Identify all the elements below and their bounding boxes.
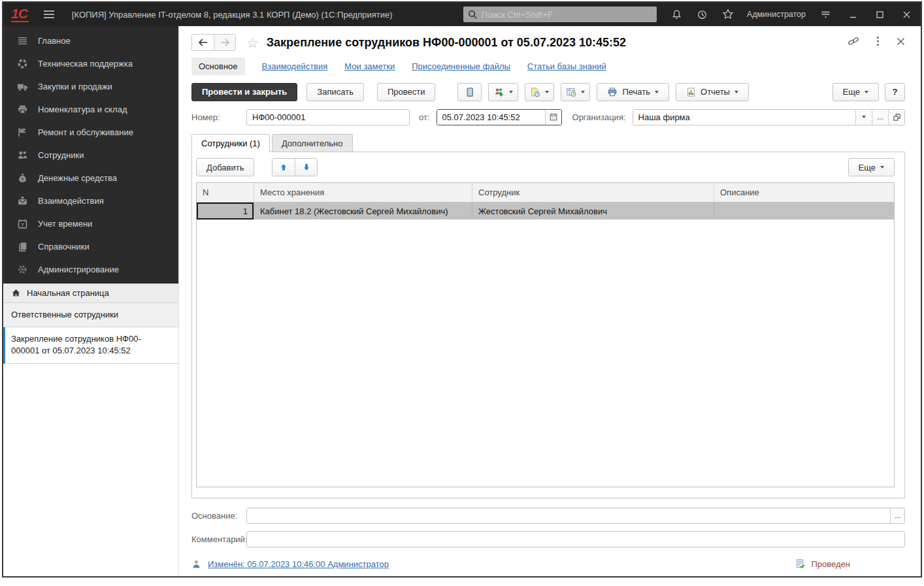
current-user-label[interactable]: Администратор [747,10,806,19]
form-nav-links: Основное Взаимодействия Мои заметки Прис… [191,57,905,75]
tab-my-notes[interactable]: Мои заметки [344,61,395,71]
number-field[interactable] [246,109,410,125]
table-header-row: N Место хранения Сотрудник Описание [197,183,894,203]
sidebar-item-label: Закупки и продажи [38,82,112,91]
maximize-button[interactable] [875,10,885,20]
striped-document-icon [465,87,475,97]
notifications-bell-icon[interactable] [671,9,682,20]
column-header-employee[interactable]: Сотрудник [472,183,714,202]
tab-kb-articles[interactable]: Статьи базы знаний [527,61,606,71]
organization-open-button[interactable] [888,110,904,125]
sidebar-item-interactions[interactable]: Взаимодействия [3,189,178,212]
add-to-favorites-star-icon[interactable]: ☆ [246,36,259,50]
basis-field[interactable] [247,508,890,523]
cell-storage-place[interactable]: Кабинет 18.2 (Жестовский Сергей Михайлов… [254,203,472,220]
sidebar-item-support[interactable]: Техническая поддержка [3,52,178,75]
app-title: [КОПИЯ] Управление IT-отделом 8, редакци… [72,10,393,20]
search-input[interactable] [482,10,652,20]
main-menu-icon[interactable] [43,10,55,19]
organization-field[interactable] [633,110,855,125]
column-header-description[interactable]: Описание [714,183,894,202]
post-and-close-button[interactable]: Провести и закрыть [191,83,297,101]
create-based-on-button[interactable] [488,83,518,101]
close-window-button[interactable] [902,10,912,20]
basis-row: Основание: ... [191,507,905,524]
modified-history-link[interactable]: Изменён: 05.07.2023 10:46:00 Администрат… [208,559,389,569]
sidebar-item-employees[interactable]: Сотрудники [3,144,178,167]
help-button[interactable]: ? [885,83,905,101]
calendar-picker-button[interactable] [545,110,561,125]
1c-logo-icon: 1С [11,7,29,22]
arrow-down-icon [302,163,311,172]
more-vertical-dots-icon[interactable] [876,36,880,49]
sidebar-item-label: Сотрудники [38,150,84,160]
forward-arrow-icon [220,39,230,46]
close-form-icon[interactable] [897,37,905,48]
print-button[interactable]: Печать [597,83,669,101]
sidebar-item-label: Денежные средства [38,173,117,183]
move-row-down-button[interactable] [295,159,317,176]
sidebar-home-page[interactable]: Начальная страница [3,284,178,303]
write-button[interactable]: Записать [306,83,364,101]
sidebar-item-money[interactable]: s Денежные средства [3,167,178,189]
more-button[interactable]: Еще [833,83,879,101]
tab-main[interactable]: Основное [191,57,245,75]
minimize-button[interactable] [848,10,858,20]
column-header-storage-place[interactable]: Место хранения [254,183,472,202]
move-row-up-button[interactable] [272,159,295,176]
cell-description[interactable] [714,203,894,220]
comment-field[interactable] [246,531,905,547]
sidebar-item-purchases[interactable]: Закупки и продажи [3,75,178,98]
table-row[interactable]: 1 Кабинет 18.2 (Жестовский Сергей Михайл… [197,203,894,220]
grid-more-button[interactable]: Еще [848,158,895,176]
get-link-icon[interactable] [848,36,859,49]
organization-dropdown-button[interactable] [855,110,872,125]
basis-ellipsis-button[interactable]: ... [890,508,904,523]
favorites-star-icon[interactable] [722,8,734,20]
reports-label: Отчеты [701,87,730,97]
forward-button[interactable] [214,35,235,50]
comment-label: Комментарий: [191,534,246,544]
dropdown-caret-icon [581,91,585,93]
document-structure-button[interactable] [457,83,482,101]
form-header: ☆ Закрепление сотрудников НФ00-000001 от… [191,32,905,53]
tab-interactions[interactable]: Взаимодействия [262,61,328,71]
sidebar-item-repair[interactable]: Ремонт и обслуживание [3,121,178,144]
back-button[interactable] [192,35,214,50]
post-button[interactable]: Провести [377,83,436,101]
search-icon [468,10,478,20]
gear-icon [17,264,28,275]
tab-additional[interactable]: Дополнительно [272,134,353,152]
organization-ellipsis-button[interactable]: ... [872,110,888,125]
tab-attached-files[interactable]: Присоединенные файлы [412,61,510,71]
add-row-button[interactable]: Добавить [196,158,254,176]
sidebar-item-catalogs[interactable]: Справочники [3,235,178,258]
cell-employee[interactable]: Жестовский Сергей Михайлович [472,203,714,220]
tasks-button[interactable] [525,83,554,101]
open-window-tab[interactable]: Ответственные сотрудники [3,303,178,327]
history-icon[interactable] [697,9,708,20]
sidebar-item-label: Техническая поддержка [38,59,133,69]
document-movements-button[interactable] [561,83,590,101]
sidebar-item-label: Справочники [38,242,90,252]
sections-panel: Главное Техническая поддержка Закупки и … [3,26,178,284]
tab-employees[interactable]: Сотрудники (1) [191,134,270,152]
reports-button[interactable]: Отчеты [676,83,749,101]
sidebar-item-administration[interactable]: Администрирование [3,258,178,281]
organization-label: Организация: [572,112,626,122]
dropdown-caret-icon [865,91,868,93]
service-menu-icon[interactable] [820,10,831,20]
date-field[interactable] [437,110,545,125]
column-header-n[interactable]: N [197,183,254,202]
sidebar-item-label: Взаимодействия [38,196,104,206]
sidebar-item-timetracking[interactable]: 7 Учет времени [3,212,178,235]
sidebar-empty-area [3,364,178,576]
open-window-tab-active[interactable]: Закрепление сотрудников НФ00-000001 от 0… [3,327,178,363]
global-search[interactable] [463,7,657,22]
cell-n[interactable]: 1 [197,203,254,220]
sidebar-item-nomenclature[interactable]: Номенклатура и склад [3,98,178,121]
open-window-label: Ответственные сотрудники [11,310,118,319]
sidebar-item-main[interactable]: Главное [3,29,178,52]
date-field-group [437,109,562,125]
home-icon [11,288,21,298]
